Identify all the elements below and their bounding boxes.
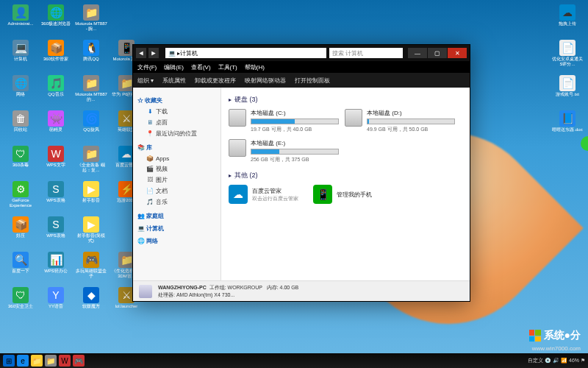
nav-item[interactable]: 🖼图片 [136,174,218,185]
nav-label: 音乐 [156,198,168,206]
app-icon: 🐧 [83,40,99,56]
taskbar-item[interactable]: W [59,355,71,367]
app-icon: 🌐 [12,75,29,91]
titlebar[interactable]: ◄ ► 💻 ▸ 计算机 搜索 计算机 — ▢ ✕ [133,45,470,61]
desktop-icon[interactable]: ⚙GeForce Experience [4,181,37,213]
address-bar[interactable]: 💻 ▸ 计算机 [165,48,326,58]
app-icon: 👾 [48,110,64,127]
desktop-icon[interactable]: ▶射手影音 [75,181,107,213]
drive-usage-bar [367,118,455,124]
desktop-icon[interactable]: 📁《全金装备 崛起：复... [75,146,107,178]
watermark-url: www.win7000.com [532,345,581,352]
close-button[interactable]: ✕ [448,48,467,58]
nav-item[interactable]: 🎵音乐 [136,197,218,208]
nav-item[interactable]: 📄文档 [136,185,218,197]
system-tray[interactable]: 自定义 💿 🔊 📶 46% ⚑ [528,357,585,364]
desktop-icon[interactable]: 📁Motorola MT887 - 腕... [75,4,107,37]
nav-icon: 📄 [146,188,154,195]
desktop-icon[interactable]: 🐧腾讯QQ [75,40,107,72]
taskbar-item[interactable]: 🎮 [73,355,85,367]
nav-group-header[interactable]: 📚 库 [137,144,218,152]
desktop-icon[interactable]: 🌀QQ旋风 [75,110,107,143]
app-icon: 📦 [48,40,64,56]
nav-item[interactable]: ⬇下载 [136,106,218,117]
desktop-icon[interactable]: 📦360软件管家 [40,40,72,72]
desktop-icon[interactable]: SWPS表格 [40,181,72,213]
toolbar-button[interactable]: 组织 ▾ [137,77,154,85]
desktop-icon[interactable]: 📊WPS轻办公 [40,252,72,284]
desktop-icon[interactable]: 📦好压 [4,216,37,249]
app-icon: ▶ [83,181,99,197]
desktop-icon[interactable]: ▶射手影音(简模式) [75,216,107,249]
nav-forward-button[interactable]: ► [148,48,159,58]
other-item[interactable]: ☁百度云管家双击运行百度云管家 [229,185,298,204]
app-icon: 🌀 [83,110,99,127]
section-header[interactable]: 其他 (2) [229,171,462,180]
desktop-icon[interactable]: 🛡360安全卫士 [4,287,37,319]
search-input[interactable]: 搜索 计算机 [329,48,403,58]
minimize-button[interactable]: — [408,48,427,58]
desktop-icon[interactable]: 🛡360杀毒 [4,146,37,178]
drive-item[interactable]: 本地磁盘 (E:)256 GB 可用，共 375 GB [229,139,339,163]
icon-label: WPS文字 [46,163,65,168]
nav-item[interactable]: 📦Apps [136,153,218,163]
nav-label: Apps [156,155,169,162]
desktop-icon[interactable]: 📁Motorola MT887的... [75,75,107,107]
taskbar-item[interactable]: e [17,355,29,367]
nav-pane: ☆ 收藏夹⬇下载🖥桌面📍最近访问的位置📚 库📦Apps🎬视频🖼图片📄文档🎵音乐👥… [133,88,221,280]
section-header[interactable]: 硬盘 (3) [229,95,462,105]
desktop-icon[interactable]: SWPS表格 [40,216,72,249]
maximize-button[interactable]: ▢ [428,48,447,58]
menu-item[interactable]: 查看(V) [191,63,211,71]
desktop-icon[interactable]: 🗑回收站 [4,110,37,143]
drive-item[interactable]: 本地磁盘 (D:)49.9 GB 可用，共 50.0 GB [345,109,455,133]
icon-label: GeForce Experience [4,198,37,208]
nav-group-header[interactable]: ☆ 收藏夹 [137,96,218,105]
desktop-icon[interactable]: 📘哩哩送东西.doc [551,110,584,143]
nav-group-header[interactable]: 👥 家庭组 [137,212,218,220]
taskbar-item[interactable]: ⊞ [3,355,15,367]
drive-item[interactable]: 本地磁盘 (C:)19.7 GB 可用，共 40.0 GB [229,109,339,133]
desktop-icon[interactable]: 👾萌精灵 [40,110,72,143]
nav-label: 视频 [156,165,168,173]
nav-item[interactable]: 🖥桌面 [136,117,218,128]
icon-label: lol.launcher [115,304,138,309]
nav-back-button[interactable]: ◄ [136,48,146,58]
desktop-icon[interactable]: 💻计算机 [4,40,37,72]
menu-item[interactable]: 文件(F) [137,63,157,71]
desktop-icon[interactable]: YYY语音 [40,287,72,319]
desktop-icon[interactable]: WWPS文字 [40,146,72,178]
nav-group-header[interactable]: 💻 计算机 [137,224,218,233]
menu-item[interactable]: 帮助(H) [245,63,265,71]
nav-label: 下载 [156,107,168,116]
desktop-icon[interactable]: 🎵QQ音乐 [40,75,72,107]
desktop-icon[interactable]: 🌐360极速浏览器 [40,4,72,37]
app-icon: ⚙ [12,181,29,197]
desktop-icon[interactable]: 🌐网络 [4,75,37,107]
nav-label: 文档 [156,187,168,195]
other-icon: ☁ [229,185,248,204]
toolbar-button[interactable]: 映射网络驱动器 [245,77,286,85]
icon-label: 游戏账号.txt [556,92,579,97]
desktop-icon[interactable]: ◆软媒魔方 [75,287,107,319]
desktop-icon[interactable]: 🔍百度一下 [4,252,37,284]
nav-item[interactable]: 📍最近访问的位置 [136,128,218,139]
icon-label: 计算机 [14,57,27,62]
toolbar-button[interactable]: 卸载或更改程序 [195,77,236,85]
drive-usage-bar [251,118,339,124]
desktop-icon[interactable]: 🎮多玩英雄联盟盒子 [75,252,107,284]
desktop-icon[interactable]: 📄游戏账号.txt [551,75,584,107]
nav-group-header[interactable]: 🌐 网络 [137,237,218,245]
toolbar-button[interactable]: 系统属性 [162,77,186,85]
nav-item[interactable]: 🎬视频 [136,163,218,174]
app-icon: 📁 [83,75,99,91]
desktop-icon[interactable]: ☁拖拽上传 [551,4,584,37]
desktop-icon[interactable]: 👤Administrat... [4,4,37,37]
desktop-icon[interactable]: 📄优化安卓桌通关S评分... [551,40,584,72]
taskbar-item[interactable]: 📁 [45,355,57,367]
menu-item[interactable]: 工具(T) [218,63,237,71]
toolbar-button[interactable]: 打开控制面板 [295,77,330,85]
other-item[interactable]: 📱管理我的手机 [313,185,372,204]
taskbar-item[interactable]: 📁 [31,355,43,367]
menu-item[interactable]: 编辑(E) [164,63,184,71]
